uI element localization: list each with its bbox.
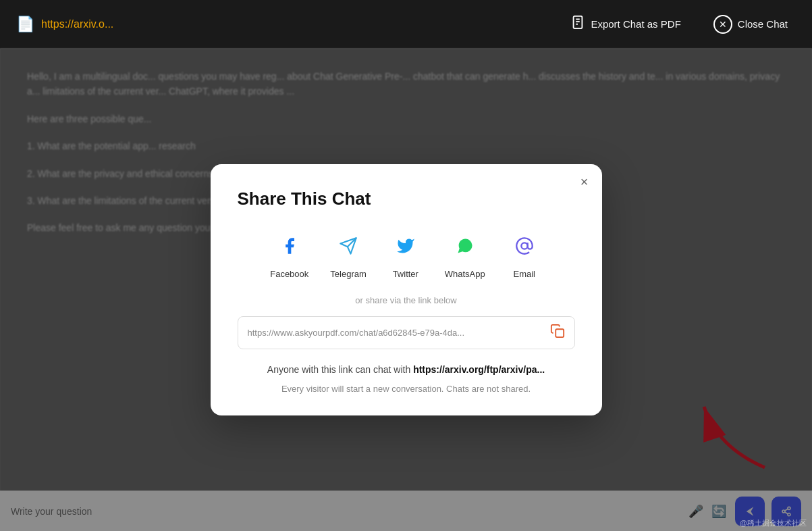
- twitter-icon: [388, 228, 423, 263]
- close-label: Close Chat: [738, 18, 788, 30]
- share-email[interactable]: Email: [507, 228, 542, 279]
- export-icon: [570, 15, 585, 33]
- main-area: Hello, I am a multilingual doc... questi…: [0, 49, 812, 531]
- header-url: https://arxiv.o...: [41, 18, 113, 30]
- anyone-text: Anyone with this link can chat with http…: [238, 363, 575, 377]
- whatsapp-icon: [448, 228, 483, 263]
- close-chat-button[interactable]: ✕ Close Chat: [705, 9, 796, 39]
- link-row: https://www.askyourpdf.com/chat/a6d62845…: [238, 316, 575, 349]
- facebook-icon: [272, 228, 307, 263]
- facebook-label: Facebook: [270, 269, 308, 279]
- header: 📄 https://arxiv.o... Export Chat as PDF …: [0, 0, 812, 49]
- modal-close-button[interactable]: ×: [580, 175, 589, 188]
- twitter-label: Twitter: [393, 269, 418, 279]
- header-left: 📄 https://arxiv.o...: [16, 16, 113, 33]
- email-icon: [507, 228, 542, 263]
- share-telegram[interactable]: Telegram: [330, 228, 366, 279]
- anyone-link: https://arxiv.org/ftp/arxiv/pa...: [413, 364, 545, 375]
- share-twitter[interactable]: Twitter: [388, 228, 423, 279]
- share-modal: × Share This Chat Facebook: [211, 164, 602, 415]
- svg-rect-10: [556, 329, 564, 337]
- telegram-icon: [331, 228, 366, 263]
- telegram-label: Telegram: [330, 269, 366, 279]
- svg-point-9: [521, 243, 527, 249]
- export-label: Export Chat as PDF: [591, 18, 680, 30]
- share-whatsapp[interactable]: WhatsApp: [445, 228, 485, 279]
- modal-overlay[interactable]: × Share This Chat Facebook: [0, 49, 812, 531]
- email-label: Email: [514, 269, 536, 279]
- share-link: https://www.askyourpdf.com/chat/a6d62845…: [248, 328, 543, 338]
- header-right: Export Chat as PDF ✕ Close Chat: [562, 9, 796, 39]
- share-icons-row: Facebook Telegram: [238, 228, 575, 279]
- document-icon: 📄: [16, 16, 34, 33]
- share-facebook[interactable]: Facebook: [270, 228, 308, 279]
- whatsapp-label: WhatsApp: [445, 269, 485, 279]
- visitor-note: Every visitor will start a new conversat…: [238, 384, 575, 394]
- or-divider: or share via the link below: [238, 295, 575, 305]
- close-icon: ✕: [713, 15, 732, 34]
- watermark: @稀土掘金技术社区: [740, 518, 807, 528]
- modal-title: Share This Chat: [238, 188, 575, 209]
- copy-icon[interactable]: [550, 324, 565, 342]
- export-chat-button[interactable]: Export Chat as PDF: [562, 9, 688, 39]
